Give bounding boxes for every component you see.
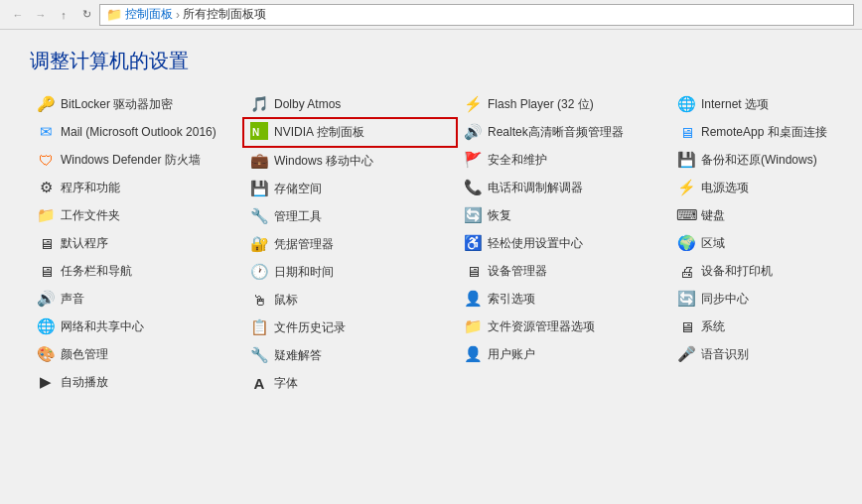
list-item[interactable]: 🖥 任务栏和导航 (30, 257, 243, 285)
up-button[interactable]: ↑ (54, 5, 73, 25)
item-label: 声音 (61, 291, 84, 308)
list-item[interactable]: 🖱 鼠标 (243, 286, 457, 314)
storage-icon: 💾 (249, 180, 269, 197)
item-label: 电话和调制解调器 (488, 180, 583, 196)
item-label: 电源选项 (701, 180, 749, 196)
item-label: 恢复 (488, 207, 511, 224)
datetime-icon: 🕐 (249, 263, 269, 281)
item-label: 设备和打印机 (701, 263, 773, 280)
item-label: 网络和共享中心 (61, 318, 144, 335)
list-item[interactable]: 🔄 同步中心 (670, 285, 862, 313)
item-label: Windows 移动中心 (274, 153, 373, 170)
list-item[interactable]: 🛡 Windows Defender 防火墙 (30, 146, 243, 174)
column-2: ⚡ Flash Player (32 位) 🔊 Realtek高清晰音频管理器 … (457, 90, 670, 368)
item-label: 程序和功能 (61, 180, 120, 196)
list-item[interactable]: 🖥 系统 (670, 313, 862, 340)
item-label: 默认程序 (61, 235, 108, 252)
item-label: Realtek高清晰音频管理器 (488, 124, 624, 141)
svg-text:N: N (252, 127, 259, 138)
font-icon: A (249, 375, 269, 392)
list-item[interactable]: 💼 Windows 移动中心 (243, 147, 457, 175)
breadcrumb-bar: 📁 控制面板 › 所有控制面板项 (99, 4, 854, 26)
mouse-icon: 🖱 (249, 292, 269, 309)
list-item[interactable]: 💾 存储空间 (243, 175, 457, 202)
list-item[interactable]: 📞 电话和调制解调器 (457, 174, 670, 201)
list-item[interactable]: 🔄 恢复 (457, 201, 670, 229)
list-item[interactable]: 🔐 凭据管理器 (243, 230, 457, 258)
list-item[interactable]: 🎵 Dolby Atmos (243, 90, 457, 118)
item-label: 设备管理器 (488, 263, 547, 280)
list-item[interactable]: ⌨ 键盘 (670, 201, 862, 229)
security-icon: 🚩 (463, 151, 483, 169)
workfolder-icon: 📁 (36, 206, 56, 224)
list-item[interactable]: 📋 文件历史记录 (243, 314, 457, 341)
list-item[interactable]: 📁 文件资源管理器选项 (457, 313, 670, 340)
devmgr-icon: 🖥 (463, 263, 483, 280)
list-item[interactable]: 👤 索引选项 (457, 285, 670, 313)
list-item[interactable]: 🔧 疑难解答 (243, 341, 457, 369)
list-item[interactable]: ♿ 轻松使用设置中心 (457, 229, 670, 257)
list-item[interactable]: ⚡ 电源选项 (670, 174, 862, 201)
item-label: 语音识别 (701, 346, 749, 363)
list-item[interactable]: 🌐 Internet 选项 (670, 90, 862, 118)
list-item[interactable]: 🔊 Realtek高清晰音频管理器 (457, 118, 670, 146)
list-item[interactable]: 🖨 设备和打印机 (670, 257, 862, 285)
item-label: 索引选项 (488, 291, 535, 308)
back-button[interactable]: ← (8, 5, 28, 25)
power-icon: ⚡ (676, 179, 696, 196)
list-item[interactable]: A 字体 (243, 369, 457, 397)
mobile-icon: 💼 (249, 152, 269, 170)
list-item[interactable]: 🖥 设备管理器 (457, 257, 670, 285)
forward-button[interactable]: → (31, 5, 51, 25)
network-icon: 🌐 (36, 317, 56, 335)
nvidia-item[interactable]: N NVIDIA 控制面板 (243, 118, 457, 147)
item-label: Dolby Atmos (274, 97, 341, 111)
item-label: 用户账户 (488, 346, 535, 363)
speech-icon: 🎤 (676, 345, 696, 363)
phone-icon: 📞 (463, 179, 483, 196)
list-item[interactable]: 🚩 安全和维护 (457, 146, 670, 174)
list-item[interactable]: ✉ Mail (Microsoft Outlook 2016) (30, 118, 243, 146)
item-label: Mail (Microsoft Outlook 2016) (61, 125, 216, 139)
list-item[interactable]: 🔊 声音 (30, 285, 243, 313)
defender-icon: 🛡 (36, 152, 56, 169)
item-label: 安全和维护 (488, 152, 547, 169)
easyaccess-icon: ♿ (463, 234, 483, 252)
breadcrumb-sep: › (176, 8, 180, 22)
list-item[interactable]: 🎨 颜色管理 (30, 340, 243, 368)
item-label: Internet 选项 (701, 96, 769, 113)
item-label: 颜色管理 (61, 346, 108, 363)
bitlocker-icon: 🔑 (36, 95, 56, 113)
list-item[interactable]: 👤 用户账户 (457, 340, 670, 368)
list-item[interactable]: 🎤 语音识别 (670, 340, 862, 368)
list-item[interactable]: 🖥 RemoteApp 和桌面连接 (670, 118, 862, 146)
list-item[interactable]: 🕐 日期和时间 (243, 258, 457, 286)
list-item[interactable]: 🔑 BitLocker 驱动器加密 (30, 90, 243, 118)
item-label: 备份和还原(Windows) (701, 152, 817, 169)
list-item[interactable]: ▶ 自动播放 (30, 368, 243, 396)
refresh-button[interactable]: ↻ (76, 5, 96, 25)
list-item[interactable]: 📁 工作文件夹 (30, 201, 243, 229)
page-title: 调整计算机的设置 (30, 48, 832, 74)
items-container: 🔑 BitLocker 驱动器加密 ✉ Mail (Microsoft Outl… (30, 90, 832, 397)
useraccount-icon: 👤 (463, 345, 483, 363)
item-label: 疑难解答 (274, 347, 322, 364)
list-item[interactable]: 🌐 网络和共享中心 (30, 313, 243, 340)
credential-icon: 🔐 (249, 235, 269, 253)
list-item[interactable]: 🖥 默认程序 (30, 229, 243, 257)
list-item[interactable]: 🔧 管理工具 (243, 202, 457, 230)
column-1: 🎵 Dolby Atmos N NVIDIA 控制面板 💼 Windows 移动… (243, 90, 457, 397)
sound-icon: 🔊 (36, 290, 56, 308)
filehistory-icon: 📋 (249, 318, 269, 336)
list-item[interactable]: 🌍 区域 (670, 229, 862, 257)
devices-icon: 🖨 (676, 263, 696, 280)
nvidia-icon: N (249, 122, 269, 143)
breadcrumb-root[interactable]: 控制面板 (125, 6, 173, 23)
keyboard-icon: ⌨ (676, 206, 696, 224)
region-icon: 🌍 (676, 234, 696, 252)
item-label: BitLocker 驱动器加密 (61, 96, 173, 113)
list-item[interactable]: ⚙ 程序和功能 (30, 174, 243, 201)
item-label: 任务栏和导航 (61, 263, 132, 280)
list-item[interactable]: ⚡ Flash Player (32 位) (457, 90, 670, 118)
list-item[interactable]: 💾 备份和还原(Windows) (670, 146, 862, 174)
